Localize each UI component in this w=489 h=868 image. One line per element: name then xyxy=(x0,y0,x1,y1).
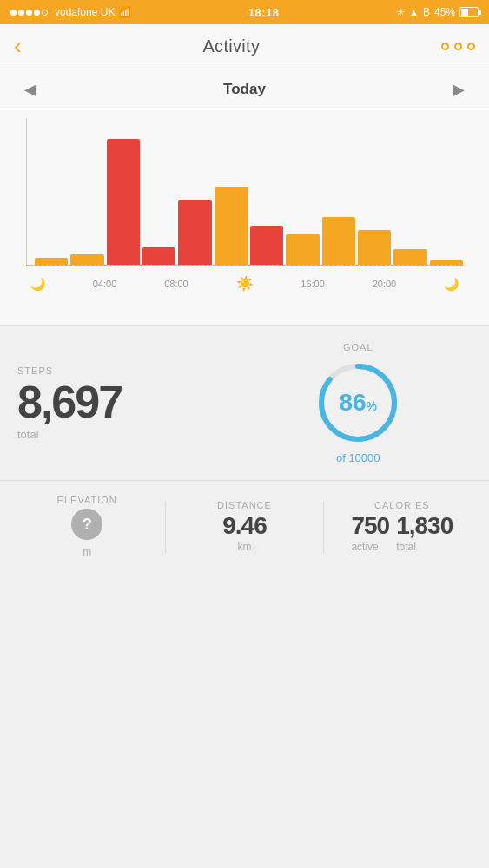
status-bar: vodafone UK 📶 18:18 ✳ ▲ B 45% xyxy=(0,0,489,24)
bar-2 xyxy=(107,139,140,265)
time-label-0800: 08:00 xyxy=(164,279,188,289)
distance-unit: km xyxy=(237,541,251,553)
status-time: 18:18 xyxy=(248,6,280,19)
goal-of-label: of 10000 xyxy=(336,451,380,464)
goal-circle: 86% xyxy=(314,359,401,446)
back-button[interactable]: ‹ xyxy=(14,33,22,60)
page-title: Activity xyxy=(202,36,260,56)
distance-block: DISTANCE 9.46 km xyxy=(166,500,322,553)
distance-value: 9.46 xyxy=(222,514,267,538)
calories-active-unit: active xyxy=(351,541,389,553)
signal-dot-1 xyxy=(10,10,17,16)
header: ‹ Activity xyxy=(0,24,489,69)
status-right: ✳ ▲ B 45% xyxy=(396,6,479,18)
prev-day-button[interactable]: ◀ xyxy=(17,76,43,102)
bar-9 xyxy=(358,230,391,265)
bar-10 xyxy=(393,249,426,265)
elevation-icon: ? xyxy=(71,509,102,540)
bar-8 xyxy=(322,217,355,265)
calories-total-value: 1,830 xyxy=(396,514,453,538)
time-labels: 🌙 04:00 08:00 ☀️ 16:00 20:00 🌙 xyxy=(26,275,463,292)
wifi-icon: 📶 xyxy=(118,6,131,18)
elevation-label: ELEVATION xyxy=(57,495,117,505)
bar-7 xyxy=(286,234,319,265)
bar-6 xyxy=(250,226,283,265)
battery-percent: 45% xyxy=(434,6,455,18)
chart-baseline xyxy=(26,265,463,266)
signal-dot-3 xyxy=(26,10,32,16)
signal-dot-2 xyxy=(18,10,24,16)
bar-4 xyxy=(178,200,211,265)
calories-block: CALORIES 750 active 1,830 total xyxy=(324,500,480,553)
moon-icon-right: 🌙 xyxy=(444,277,459,291)
bar-3 xyxy=(142,247,175,265)
goal-percent-value: 86 xyxy=(339,389,366,416)
calories-total-unit: total xyxy=(396,541,453,553)
signal-dot-4 xyxy=(34,10,40,16)
bars-container xyxy=(35,126,463,265)
current-date: Today xyxy=(223,81,266,98)
bluetooth-icon: B xyxy=(423,6,430,18)
steps-sublabel: total xyxy=(17,428,245,441)
time-label-2000: 20:00 xyxy=(373,279,397,289)
chart-inner: 🌙 04:00 08:00 ☀️ 16:00 20:00 🌙 xyxy=(26,118,463,292)
goal-percent-sign: % xyxy=(367,399,377,413)
brightness-icon: ✳ xyxy=(396,6,405,18)
stats-top: STEPS 8,697 total GOAL 86% xyxy=(0,326,489,481)
activity-chart: 🌙 04:00 08:00 ☀️ 16:00 20:00 🌙 xyxy=(0,109,489,326)
elevation-block: ELEVATION ? m xyxy=(9,495,165,558)
dot-2 xyxy=(454,43,462,50)
calories-label: CALORIES xyxy=(374,500,430,510)
battery-icon xyxy=(459,7,479,17)
goal-label: GOAL xyxy=(343,342,373,352)
time-label-1600: 16:00 xyxy=(301,279,325,289)
signal-dots xyxy=(10,10,48,16)
bar-11 xyxy=(430,260,463,265)
dot-1 xyxy=(441,43,449,50)
elevation-unit: m xyxy=(83,546,91,558)
carrier-label: vodafone UK xyxy=(55,6,115,18)
time-label-0400: 04:00 xyxy=(93,279,117,289)
bar-5 xyxy=(215,187,248,265)
steps-label: STEPS xyxy=(17,365,245,376)
next-day-button[interactable]: ▶ xyxy=(446,76,472,102)
location-icon: ▲ xyxy=(409,7,419,17)
goal-block: GOAL 86% of 10000 xyxy=(245,342,472,464)
moon-icon-left: 🌙 xyxy=(30,277,45,291)
steps-value: 8,697 xyxy=(17,379,245,424)
date-navigation: ◀ Today ▶ xyxy=(0,69,489,109)
steps-block: STEPS 8,697 total xyxy=(17,365,245,441)
dot-3 xyxy=(467,43,475,50)
chart-yaxis xyxy=(26,118,27,266)
calories-active-value: 750 xyxy=(351,514,389,538)
more-options-button[interactable] xyxy=(441,43,475,50)
status-left: vodafone UK 📶 xyxy=(10,6,131,18)
stats-section: STEPS 8,697 total GOAL 86% xyxy=(0,326,489,572)
goal-circle-inner: 86% xyxy=(339,391,377,415)
stats-bottom: ELEVATION ? m DISTANCE 9.46 km CALORIES … xyxy=(0,481,489,572)
bar-1 xyxy=(70,254,103,265)
signal-dot-5 xyxy=(42,10,48,16)
bar-0 xyxy=(35,258,68,265)
distance-label: DISTANCE xyxy=(217,500,272,510)
sun-icon: ☀️ xyxy=(236,275,254,292)
